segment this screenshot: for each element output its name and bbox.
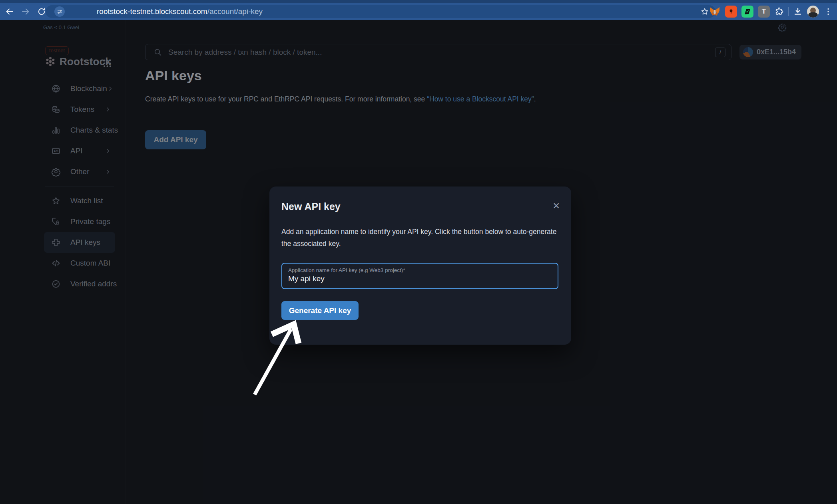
application-name-label: Application name for API key (e.g Web3 p… <box>288 267 552 273</box>
close-icon[interactable]: ✕ <box>553 201 560 211</box>
new-api-key-modal: New API key ✕ Add an application name to… <box>269 187 571 345</box>
toolbar-separator <box>788 7 789 16</box>
site-settings-icon[interactable] <box>54 6 65 17</box>
extension-icon-orange[interactable] <box>725 6 737 18</box>
url-path: /account/api-key <box>207 7 263 16</box>
browser-menu-icon[interactable] <box>823 7 833 16</box>
bookmark-star-icon[interactable] <box>700 7 709 16</box>
downloads-icon[interactable] <box>793 7 803 16</box>
metamask-extension-icon[interactable] <box>709 6 721 18</box>
browser-toolbar: rootstock-testnet.blockscout.com/account… <box>0 0 837 20</box>
browser-forward-button[interactable] <box>21 7 30 16</box>
extension-icon-t[interactable]: T <box>758 6 770 18</box>
application-name-input[interactable] <box>288 274 552 283</box>
extension-icon-green[interactable] <box>741 6 753 18</box>
address-bar[interactable]: rootstock-testnet.blockscout.com/account… <box>46 5 715 18</box>
browser-profile-avatar[interactable] <box>807 6 819 18</box>
generate-api-key-button[interactable]: Generate API key <box>281 301 359 320</box>
application-name-field[interactable]: Application name for API key (e.g Web3 p… <box>281 263 558 289</box>
modal-title: New API key <box>281 201 341 212</box>
browser-reload-button[interactable] <box>37 7 46 16</box>
browser-back-button[interactable] <box>5 7 14 16</box>
url-text: rootstock-testnet.blockscout.com/account… <box>97 7 263 16</box>
extension-t-label: T <box>762 8 766 16</box>
modal-body-text: Add an application name to identify your… <box>281 226 558 250</box>
url-host: rootstock-testnet.blockscout.com <box>97 7 207 16</box>
extensions-puzzle-icon[interactable] <box>774 7 784 16</box>
